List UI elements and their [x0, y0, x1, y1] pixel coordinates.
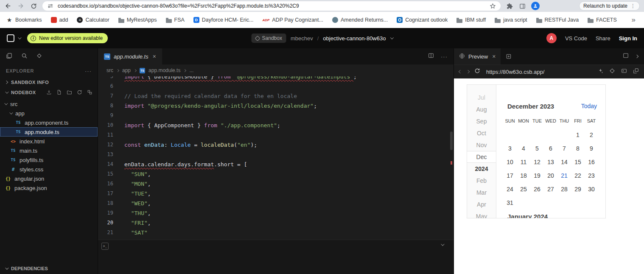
breadcrumb-symbol[interactable]: ... — [189, 67, 193, 73]
new-file-icon[interactable] — [56, 89, 62, 96]
sandbox-badge[interactable]: Sandbox — [252, 34, 286, 43]
collapse-panel-chevron-icon[interactable] — [441, 242, 444, 246]
breadcrumb-src[interactable]: src — [106, 67, 113, 73]
chevron-right-icon[interactable] — [635, 55, 638, 58]
calendar-month-item[interactable]: Aug — [467, 103, 496, 115]
search-icon[interactable] — [21, 53, 28, 61]
add-devtool-icon[interactable] — [506, 53, 512, 59]
site-info-icon[interactable] — [47, 2, 54, 10]
calendar-date-cell[interactable]: 5 — [530, 142, 544, 155]
calendar-date-cell[interactable]: 2 — [585, 128, 598, 142]
editor-more-icon[interactable]: ··· — [441, 53, 448, 60]
bookmark-item[interactable]: ★Bookmarks — [6, 17, 42, 23]
calendar-month-item[interactable]: Apr — [467, 199, 496, 210]
calendar-date-cell[interactable]: 4 — [517, 142, 530, 155]
project-name[interactable]: objective-cannon-80w63o — [323, 35, 386, 42]
calendar-month-item[interactable]: May — [467, 210, 496, 218]
code-editor[interactable]: 5import { DateInputsModule } from "@prog… — [98, 76, 454, 240]
calendar-date-cell[interactable]: 21 — [557, 169, 571, 182]
editor-scrollbar[interactable] — [450, 131, 453, 150]
side-panel-icon[interactable] — [518, 2, 526, 10]
calendar-date-cell[interactable]: 11 — [517, 155, 530, 169]
terminal-icon[interactable]: >_ — [101, 243, 109, 250]
files-icon[interactable] — [6, 53, 12, 61]
editor-tab-app-module[interactable]: TS app.module.ts × — [98, 48, 162, 64]
calendar-date-cell[interactable]: 27 — [544, 182, 557, 196]
bookmark-item[interactable]: FSA — [166, 17, 185, 23]
bookmark-item[interactable]: DDayforce HCM- Eric... — [193, 17, 254, 23]
user-avatar[interactable]: A — [546, 33, 557, 43]
bookmark-item[interactable]: IBM stuff — [456, 17, 486, 23]
close-preview-icon[interactable]: × — [492, 53, 496, 60]
calendar-date-cell[interactable]: 17 — [503, 169, 517, 182]
explorer-more-icon[interactable]: ··· — [85, 68, 92, 74]
bookmark-item[interactable]: RESTFul Java — [536, 17, 579, 23]
calendar-date-cell[interactable]: 26 — [530, 182, 544, 196]
calendar-date-cell[interactable]: 7 — [557, 142, 571, 155]
preview-reload-icon[interactable] — [474, 68, 480, 75]
collapse-all-icon[interactable] — [87, 89, 92, 96]
chrome-menu-icon[interactable]: ⋮ — [630, 3, 636, 9]
signin-button[interactable]: Sign In — [619, 35, 637, 42]
calendar-today-link[interactable]: Today — [581, 103, 597, 109]
calendar-date-cell[interactable]: 8 — [571, 142, 585, 155]
tree-file-index.html[interactable]: <>index.html — [0, 137, 98, 146]
bookmark-item[interactable]: OCognizant outlook — [397, 17, 448, 23]
calendar-date-cell[interactable]: 13 — [544, 155, 557, 169]
inspect-icon[interactable] — [598, 68, 603, 75]
bookmark-item[interactable]: ADPADP Pay Cognizant... — [262, 17, 323, 23]
download-icon[interactable] — [46, 89, 52, 96]
sandbox-info-section[interactable]: SANDBOX INFO — [0, 77, 98, 87]
preview-forward-icon[interactable] — [466, 70, 470, 73]
calendar-month-item[interactable]: Mar — [467, 187, 496, 199]
tree-folder-src[interactable]: src — [0, 99, 98, 109]
reload-icon[interactable] — [30, 2, 37, 10]
tree-folder-app[interactable]: app — [0, 109, 98, 118]
devtools-icon[interactable] — [36, 53, 42, 60]
calendar-date-cell[interactable]: 15 — [571, 155, 585, 169]
calendar-date-cell[interactable]: 28 — [557, 182, 571, 196]
calendar-date-cell[interactable]: 22 — [571, 169, 585, 182]
calendar-date-cell[interactable]: 1 — [571, 128, 585, 142]
refresh-icon[interactable] — [77, 89, 82, 96]
tree-file-main.ts[interactable]: TSmain.ts — [0, 146, 98, 155]
bookmark-item[interactable]: Amended Returns... — [332, 17, 388, 23]
bookmark-item[interactable]: FACETS — [588, 17, 617, 23]
tree-file-app.module.ts[interactable]: TSapp.module.ts — [0, 127, 98, 137]
calendar-date-cell[interactable]: 10 — [503, 155, 517, 169]
tree-file-angular.json[interactable]: {}angular.json — [0, 174, 98, 183]
vscode-button[interactable]: VS Code — [565, 35, 587, 42]
calendar-date-cell[interactable]: 6 — [544, 142, 557, 155]
breadcrumb-file[interactable]: app.module.ts — [148, 67, 180, 73]
share-button[interactable]: Share — [596, 35, 610, 42]
calendar-month-item[interactable]: 2024 — [467, 163, 496, 175]
bookmark-item[interactable]: add — [51, 17, 68, 23]
project-menu-chevron-icon[interactable] — [390, 36, 394, 39]
tree-file-app.component.ts[interactable]: TSapp.component.ts — [0, 118, 98, 127]
tree-file-package.json[interactable]: {}package.json — [0, 183, 98, 193]
calendar-date-cell[interactable]: 16 — [585, 155, 598, 169]
open-devtools-icon[interactable] — [621, 68, 627, 75]
open-new-window-icon[interactable] — [633, 68, 639, 75]
bookmark-item[interactable]: java script — [495, 17, 527, 23]
calendar-date-cell[interactable]: 14 — [557, 155, 571, 169]
new-folder-icon[interactable] — [67, 89, 72, 96]
logo-menu-chevron-icon[interactable] — [18, 36, 21, 39]
calendar-month-item[interactable]: Dec — [467, 151, 496, 163]
tree-file-styles.css[interactable]: #styles.css — [0, 165, 98, 174]
preview-url[interactable]: https://80w63o.csb.app/ — [485, 69, 593, 75]
bookmarks-overflow-icon[interactable]: » — [629, 16, 638, 24]
back-icon[interactable] — [4, 2, 12, 10]
extensions-icon[interactable] — [506, 2, 513, 10]
dependencies-section[interactable]: DEPENDENCIES — [0, 263, 98, 274]
calendar-date-cell[interactable]: 3 — [503, 142, 517, 155]
calendar-month-item[interactable]: Nov — [467, 139, 496, 151]
calendar-date-cell[interactable]: 29 — [571, 182, 585, 196]
calendar-date-cell[interactable]: 31 — [503, 196, 517, 210]
calendar-date-cell[interactable]: 9 — [585, 142, 598, 155]
calendar-month-item[interactable]: Oct — [467, 127, 496, 139]
owner-name[interactable]: mbechev — [291, 35, 313, 42]
calendar-date-cell[interactable]: 23 — [585, 169, 598, 182]
relaunch-button[interactable]: Relaunch to update ⋮ — [579, 1, 640, 11]
calendar-month-item[interactable]: Jul — [467, 92, 496, 103]
